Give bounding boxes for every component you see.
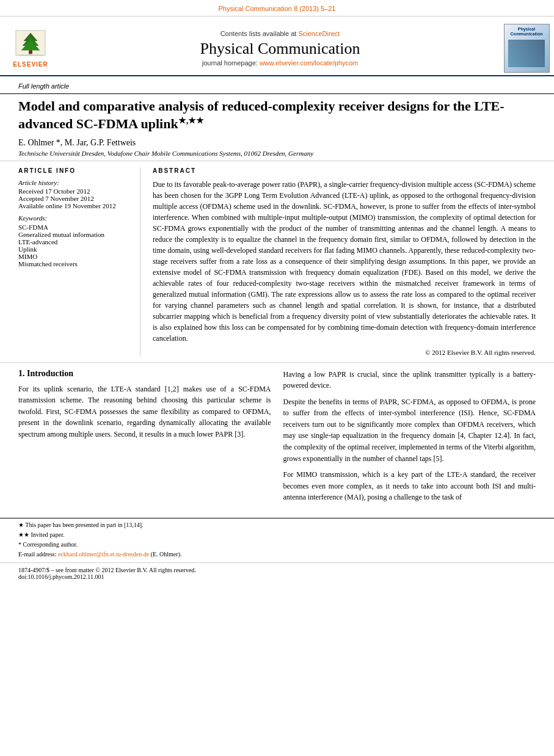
email-link[interactable]: eckhard.ohlmer@ifn.et.tu-dresden.de (58, 551, 149, 558)
keyword-4: Uplink (18, 245, 131, 253)
homepage-prefix: journal homepage: (202, 59, 260, 67)
footnote-star1: ★ This paper has been presented in part … (18, 521, 536, 529)
keywords-group: Keywords: SC-FDMA Generalized mutual inf… (18, 214, 131, 267)
article-info-col: ARTICLE INFO Article history: Received 1… (18, 167, 140, 356)
abstract-text: Due to its favorable peak-to-average pow… (153, 179, 536, 344)
footnote-star3: * Corresponding author. (18, 540, 536, 549)
journal-cover: PhysicalCommunication (504, 24, 550, 73)
article-type-bar: Full length article (0, 76, 554, 94)
section1-col1-para1: For its uplink scenario, the LTE-A stand… (18, 383, 271, 440)
keyword-6: Mismatched receivers (18, 260, 131, 267)
paper-affiliation: Technische Universität Dresden, Vodafone… (18, 150, 536, 157)
keyword-2: Generalized mutual information (18, 231, 131, 238)
cover-image (508, 40, 545, 67)
journal-header-center: Contents lists available at ScienceDirec… (61, 21, 499, 75)
sciencedirect-link: Contents lists available at ScienceDirec… (221, 30, 340, 37)
section1-col2-para2: Despite the benefits in terms of PAPR, S… (283, 396, 536, 465)
article-history-group: Article history: Received 17 October 201… (18, 179, 131, 209)
article-info-header: ARTICLE INFO (18, 167, 131, 174)
paper-authors: E. Ohlmer *, M. Jar, G.P. Fettweis (18, 138, 536, 148)
section1-title: 1. Introduction (18, 369, 271, 379)
elsevier-text: ELSEVIER (13, 61, 48, 68)
keyword-5: MIMO (18, 253, 131, 260)
abstract-col: ABSTRACT Due to its favorable peak-to-av… (153, 167, 536, 356)
section1-col2-para3: For MIMO transmission, which is a key pa… (283, 469, 536, 503)
homepage-url[interactable]: www.elsevier.com/locate/phycom (260, 59, 358, 67)
journal-header: ELSEVIER Contents lists available at Sci… (0, 16, 554, 76)
body-section: 1. Introduction For its uplink scenario,… (0, 363, 554, 515)
accepted-date: Accepted 7 November 2012 (18, 195, 131, 202)
article-info-abstract-section: ARTICLE INFO Article history: Received 1… (0, 161, 554, 363)
copyright: © 2012 Elsevier B.V. All rights reserved… (153, 349, 536, 356)
sciencedirect-anchor[interactable]: ScienceDirect (298, 30, 340, 37)
page-container: Physical Communication 8 (2013) 5–21 ELS… (0, 0, 554, 756)
cover-title: PhysicalCommunication (511, 27, 543, 37)
sciencedirect-prefix: Contents lists available at (221, 30, 299, 37)
abstract-header: ABSTRACT (153, 167, 536, 174)
footnote-star2: ★★ Invited paper. (18, 531, 536, 539)
paper-title-section: Model and comparative analysis of reduce… (0, 94, 554, 161)
keywords-title: Keywords: (18, 214, 131, 222)
keyword-1: SC-FDMA (18, 224, 131, 231)
body-col-right: Having a low PAPR is crucial, since the … (283, 369, 536, 509)
journal-homepage: journal homepage: www.elsevier.com/locat… (202, 59, 359, 67)
authors-text: E. Ohlmer *, M. Jar, G.P. Fettweis (18, 138, 136, 147)
elsevier-logo-section: ELSEVIER (0, 21, 61, 75)
bottom-bar: 1874-4907/$ – see front matter © 2012 El… (0, 562, 554, 584)
paper-title-superscript: ★,★★ (178, 116, 205, 125)
body-two-col: 1. Introduction For its uplink scenario,… (18, 369, 536, 509)
section1-col2-para1: Having a low PAPR is crucial, since the … (283, 369, 536, 391)
email-suffix: (E. Ohlmer). (149, 551, 181, 558)
journal-cover-section: PhysicalCommunication (499, 21, 554, 75)
received-date: Received 17 October 2012 (18, 187, 131, 195)
footnote-email: E-mail address: eckhard.ohlmer@ifn.et.tu… (18, 550, 536, 559)
paper-title-text: Model and comparative analysis of reduce… (18, 98, 505, 131)
doi-line: doi:10.1016/j.phycom.2012.11.001 (18, 573, 536, 580)
paper-title: Model and comparative analysis of reduce… (18, 98, 536, 133)
elsevier-logo: ELSEVIER (12, 29, 49, 68)
article-type: Full length article (18, 82, 69, 90)
journal-title: Physical Communication (200, 40, 360, 58)
top-bar: Physical Communication 8 (2013) 5–21 (0, 0, 554, 16)
journal-reference[interactable]: Physical Communication 8 (2013) 5–21 (219, 5, 336, 12)
body-col-left: 1. Introduction For its uplink scenario,… (18, 369, 271, 509)
history-title: Article history: (18, 179, 131, 186)
footnote-section: ★ This paper has been presented in part … (0, 518, 554, 562)
keyword-3: LTE-advanced (18, 238, 131, 245)
elsevier-tree-icon (12, 29, 49, 60)
email-label: E-mail address: (18, 551, 56, 558)
online-date: Available online 19 November 2012 (18, 202, 131, 209)
issn-line: 1874-4907/$ – see front matter © 2012 El… (18, 567, 536, 573)
